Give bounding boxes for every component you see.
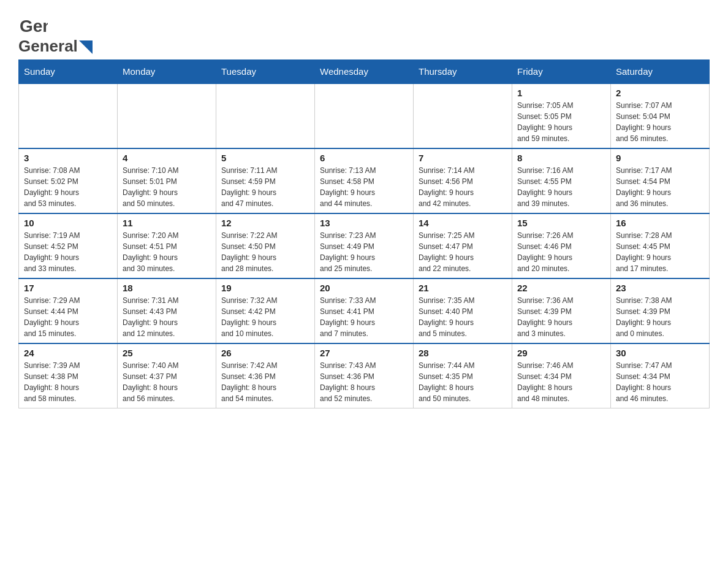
- calendar-cell: 5Sunrise: 7:11 AM Sunset: 4:59 PM Daylig…: [216, 148, 315, 213]
- day-number: 2: [616, 88, 704, 98]
- day-number: 26: [221, 348, 309, 358]
- day-info: Sunrise: 7:19 AM Sunset: 4:52 PM Dayligh…: [24, 230, 112, 274]
- day-info: Sunrise: 7:28 AM Sunset: 4:45 PM Dayligh…: [616, 230, 704, 274]
- day-number: 3: [24, 153, 112, 163]
- day-info: Sunrise: 7:16 AM Sunset: 4:55 PM Dayligh…: [517, 165, 605, 209]
- calendar-cell: 30Sunrise: 7:47 AM Sunset: 4:34 PM Dayli…: [611, 343, 710, 408]
- day-number: 16: [616, 218, 704, 228]
- day-info: Sunrise: 7:42 AM Sunset: 4:36 PM Dayligh…: [221, 360, 309, 404]
- calendar-cell: 1Sunrise: 7:05 AM Sunset: 5:05 PM Daylig…: [512, 83, 611, 148]
- day-number: 21: [419, 283, 507, 293]
- calendar-cell: 23Sunrise: 7:38 AM Sunset: 4:39 PM Dayli…: [611, 278, 710, 343]
- day-number: 24: [24, 348, 112, 358]
- day-number: 17: [24, 283, 112, 293]
- day-number: 20: [320, 283, 408, 293]
- calendar-header-friday: Friday: [512, 60, 611, 84]
- day-info: Sunrise: 7:26 AM Sunset: 4:46 PM Dayligh…: [517, 230, 605, 274]
- day-number: 12: [221, 218, 309, 228]
- day-number: 18: [123, 283, 211, 293]
- day-info: Sunrise: 7:17 AM Sunset: 4:54 PM Dayligh…: [616, 165, 704, 209]
- day-info: Sunrise: 7:23 AM Sunset: 4:49 PM Dayligh…: [320, 230, 408, 274]
- day-info: Sunrise: 7:20 AM Sunset: 4:51 PM Dayligh…: [123, 230, 211, 274]
- calendar-cell: 22Sunrise: 7:36 AM Sunset: 4:39 PM Dayli…: [512, 278, 611, 343]
- day-info: Sunrise: 7:10 AM Sunset: 5:01 PM Dayligh…: [123, 165, 211, 209]
- calendar-table: SundayMondayTuesdayWednesdayThursdayFrid…: [18, 59, 710, 408]
- calendar-cell: 14Sunrise: 7:25 AM Sunset: 4:47 PM Dayli…: [414, 213, 512, 278]
- calendar-header-saturday: Saturday: [611, 60, 710, 84]
- calendar-week-row: 17Sunrise: 7:29 AM Sunset: 4:44 PM Dayli…: [19, 278, 710, 343]
- day-number: 23: [616, 283, 704, 293]
- day-number: 9: [616, 153, 704, 163]
- calendar-cell: 13Sunrise: 7:23 AM Sunset: 4:49 PM Dayli…: [315, 213, 414, 278]
- calendar-header-tuesday: Tuesday: [216, 60, 315, 84]
- calendar-cell: 20Sunrise: 7:33 AM Sunset: 4:41 PM Dayli…: [315, 278, 414, 343]
- calendar-week-row: 10Sunrise: 7:19 AM Sunset: 4:52 PM Dayli…: [19, 213, 710, 278]
- calendar-cell: 3Sunrise: 7:08 AM Sunset: 5:02 PM Daylig…: [19, 148, 118, 213]
- calendar-cell: 29Sunrise: 7:46 AM Sunset: 4:34 PM Dayli…: [512, 343, 611, 408]
- day-number: 7: [419, 153, 507, 163]
- calendar-cell: 25Sunrise: 7:40 AM Sunset: 4:37 PM Dayli…: [118, 343, 216, 408]
- calendar-cell: 16Sunrise: 7:28 AM Sunset: 4:45 PM Dayli…: [611, 213, 710, 278]
- day-info: Sunrise: 7:08 AM Sunset: 5:02 PM Dayligh…: [24, 165, 112, 209]
- calendar-week-row: 3Sunrise: 7:08 AM Sunset: 5:02 PM Daylig…: [19, 148, 710, 213]
- day-number: 27: [320, 348, 408, 358]
- calendar-cell: 27Sunrise: 7:43 AM Sunset: 4:36 PM Dayli…: [315, 343, 414, 408]
- day-info: Sunrise: 7:46 AM Sunset: 4:34 PM Dayligh…: [517, 360, 605, 404]
- day-info: Sunrise: 7:11 AM Sunset: 4:59 PM Dayligh…: [221, 165, 309, 209]
- svg-text:General: General: [20, 17, 48, 36]
- calendar-header-sunday: Sunday: [19, 60, 118, 84]
- day-number: 28: [419, 348, 507, 358]
- calendar-cell: 28Sunrise: 7:44 AM Sunset: 4:35 PM Dayli…: [414, 343, 512, 408]
- calendar-cell: [315, 83, 414, 148]
- calendar-cell: [216, 83, 315, 148]
- day-number: 30: [616, 348, 704, 358]
- page-header: General General: [18, 12, 710, 53]
- calendar-header-monday: Monday: [118, 60, 216, 84]
- logo-arrow-icon: [79, 40, 93, 54]
- calendar-header-wednesday: Wednesday: [315, 60, 414, 84]
- day-info: Sunrise: 7:39 AM Sunset: 4:38 PM Dayligh…: [24, 360, 112, 404]
- calendar-cell: 19Sunrise: 7:32 AM Sunset: 4:42 PM Dayli…: [216, 278, 315, 343]
- day-number: 14: [419, 218, 507, 228]
- logo: General General: [18, 12, 93, 53]
- day-info: Sunrise: 7:25 AM Sunset: 4:47 PM Dayligh…: [419, 230, 507, 274]
- day-info: Sunrise: 7:43 AM Sunset: 4:36 PM Dayligh…: [320, 360, 408, 404]
- day-number: 5: [221, 153, 309, 163]
- calendar-cell: 21Sunrise: 7:35 AM Sunset: 4:40 PM Dayli…: [414, 278, 512, 343]
- day-info: Sunrise: 7:33 AM Sunset: 4:41 PM Dayligh…: [320, 295, 408, 339]
- day-number: 1: [517, 88, 605, 98]
- day-info: Sunrise: 7:38 AM Sunset: 4:39 PM Dayligh…: [616, 295, 704, 339]
- day-number: 15: [517, 218, 605, 228]
- calendar-cell: 9Sunrise: 7:17 AM Sunset: 4:54 PM Daylig…: [611, 148, 710, 213]
- day-info: Sunrise: 7:14 AM Sunset: 4:56 PM Dayligh…: [419, 165, 507, 209]
- day-number: 8: [517, 153, 605, 163]
- day-number: 10: [24, 218, 112, 228]
- day-number: 13: [320, 218, 408, 228]
- calendar-cell: 18Sunrise: 7:31 AM Sunset: 4:43 PM Dayli…: [118, 278, 216, 343]
- calendar-cell: [118, 83, 216, 148]
- day-number: 29: [517, 348, 605, 358]
- calendar-cell: [414, 83, 512, 148]
- logo-general-text: General: [18, 37, 78, 56]
- day-number: 11: [123, 218, 211, 228]
- day-info: Sunrise: 7:13 AM Sunset: 4:58 PM Dayligh…: [320, 165, 408, 209]
- day-info: Sunrise: 7:05 AM Sunset: 5:05 PM Dayligh…: [517, 100, 605, 144]
- day-info: Sunrise: 7:32 AM Sunset: 4:42 PM Dayligh…: [221, 295, 309, 339]
- day-number: 19: [221, 283, 309, 293]
- svg-marker-1: [79, 40, 93, 54]
- calendar-cell: 11Sunrise: 7:20 AM Sunset: 4:51 PM Dayli…: [118, 213, 216, 278]
- day-info: Sunrise: 7:44 AM Sunset: 4:35 PM Dayligh…: [419, 360, 507, 404]
- calendar-cell: [19, 83, 118, 148]
- calendar-cell: 12Sunrise: 7:22 AM Sunset: 4:50 PM Dayli…: [216, 213, 315, 278]
- calendar-cell: 26Sunrise: 7:42 AM Sunset: 4:36 PM Dayli…: [216, 343, 315, 408]
- calendar-cell: 10Sunrise: 7:19 AM Sunset: 4:52 PM Dayli…: [19, 213, 118, 278]
- day-info: Sunrise: 7:22 AM Sunset: 4:50 PM Dayligh…: [221, 230, 309, 274]
- calendar-cell: 8Sunrise: 7:16 AM Sunset: 4:55 PM Daylig…: [512, 148, 611, 213]
- day-info: Sunrise: 7:07 AM Sunset: 5:04 PM Dayligh…: [616, 100, 704, 144]
- day-info: Sunrise: 7:31 AM Sunset: 4:43 PM Dayligh…: [123, 295, 211, 339]
- day-number: 25: [123, 348, 211, 358]
- day-info: Sunrise: 7:47 AM Sunset: 4:34 PM Dayligh…: [616, 360, 704, 404]
- day-number: 6: [320, 153, 408, 163]
- day-info: Sunrise: 7:40 AM Sunset: 4:37 PM Dayligh…: [123, 360, 211, 404]
- day-info: Sunrise: 7:36 AM Sunset: 4:39 PM Dayligh…: [517, 295, 605, 339]
